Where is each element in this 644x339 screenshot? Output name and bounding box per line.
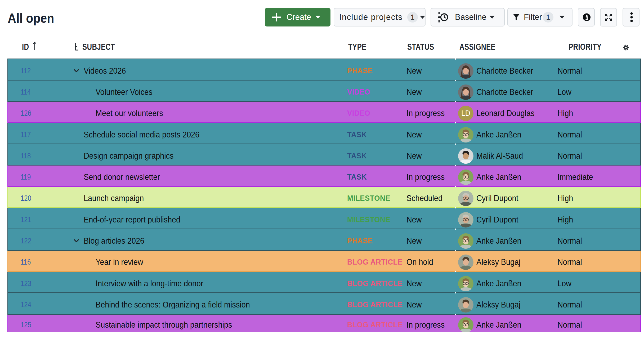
svg-text:LD: LD	[461, 109, 470, 117]
